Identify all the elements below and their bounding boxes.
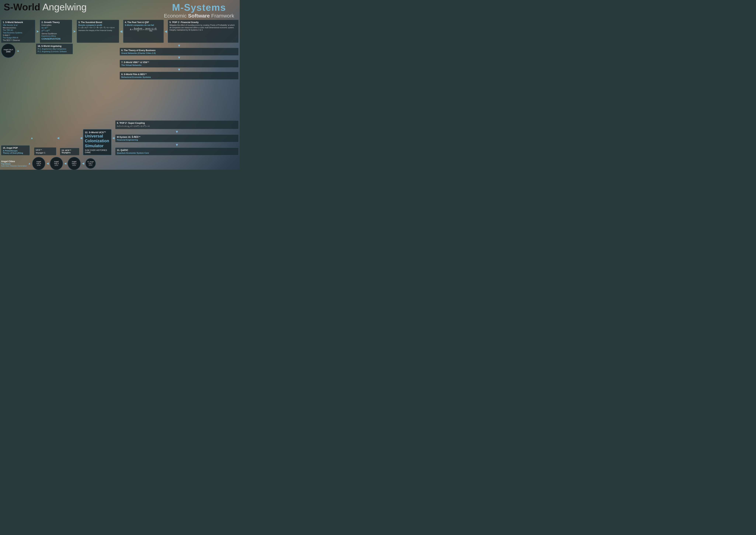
box2-cons: CONSERVATION <box>41 38 70 41</box>
arrow-15-16: ▲ <box>30 136 33 139</box>
title-left: S-World Angelwing <box>4 2 87 13</box>
ac3-label: Angel <box>54 161 59 162</box>
box-11: 11. QuESC Quantum Economic System Core <box>115 148 239 155</box>
box12-extra: SUM OVER HISTORIES GAME <box>85 149 110 154</box>
box-15: 15. Angel POP A PhilanthropicTheory of E… <box>1 145 30 155</box>
box-7: 7. S-World VBN™ & VSN™ The Virtual Netwo… <box>120 60 239 68</box>
box2-sienna: Sienna Equilibrium <box>41 33 70 35</box>
arrow-7-8: ▼ <box>120 68 239 72</box>
arrow-9-10: ▼ <box>115 130 239 134</box>
box2-title: 2. Growth Theory <box>41 21 70 24</box>
angel-city-5-circle: Angel City 5 2080 <box>1 43 15 58</box>
angel-city-1-circle: 14. Angel City 1 2020 <box>85 158 96 169</box>
arrow-cities-1: ▲ <box>28 162 31 165</box>
arrow-4-5: ◀ <box>165 30 167 33</box>
box10-sub: Financial Engineering <box>117 139 237 141</box>
box1-line2: Microeconomics <box>3 27 34 29</box>
box5-title: 5. 'POP 1'- Financial Gravity <box>170 21 237 24</box>
box5-text: Mitigates the effect of rounding errors … <box>170 24 237 31</box>
ac4-city: City 4 <box>37 162 41 164</box>
box4-title: 4. The Peet Tent & QSF <box>125 21 162 24</box>
box3-sub: Boosts company's profit <box>78 24 118 26</box>
box7-sub: The Virtual Networks <box>121 64 237 66</box>
row3: 15. Angel POP A PhilanthropicTheory of E… <box>1 121 239 155</box>
box-2: 2. Growth Theory Externalities M<>BST AS… <box>40 20 72 43</box>
box6-sub: Grand Networks (Charter Cities 2.0) <box>121 52 237 54</box>
ac3-city: City 3 <box>54 162 59 164</box>
box1-title: 1. S-World Network <box>3 21 34 24</box>
box9-title: 9. 'POP 2'- Super-Coupling <box>117 122 237 124</box>
box2-m: M<>BST <box>41 26 70 29</box>
box1-nudge: The Nudge-IRM-AI <box>3 37 34 39</box>
box15-title: 15. Angel POP <box>3 147 28 149</box>
box8-sub: Behavioral Economic Systems <box>121 76 237 78</box>
arrow-6-7: ▼ <box>120 56 239 60</box>
arrow-5-6: ▼ <box>120 43 239 48</box>
arrow-ac2-ac1: ◀ <box>82 162 84 165</box>
box1-line1: Villa Secrets 'et al.' <box>3 24 34 27</box>
arrow-13-12: ◀ <box>80 136 82 139</box>
box3-title: 3. The Susskind Boost <box>78 21 118 24</box>
subtitle: Economic Software Framwork <box>164 13 234 19</box>
box4-sub: S-World companies do not fail <box>125 24 162 26</box>
box11-title: 11. QuESC <box>117 149 237 152</box>
angel-cities-label: Angel Cities <box>1 160 27 163</box>
box10-title: M-System 10. Š-ŔÉŚ™ <box>117 136 237 138</box>
box-6: 6. The Theory of Every Business Grand Ne… <box>120 48 239 56</box>
box-9: 9. 'POP 2'- Super-Coupling Āx Ŝ x Ā x N … <box>115 121 239 129</box>
arrow-2-3: ➤ <box>73 30 76 33</box>
box4-formula: Ā = G̃x2xG̃xΨbÖ × (M×H) × Ç × Ω̂Öx≥ <box>125 27 162 33</box>
box1-line3: The TBS (ℵ) <box>3 29 34 32</box>
box16-title: 16. S-World Angelwing <box>38 45 71 47</box>
box-12: 12. S-World UCS™ UniversalColonizationSi… <box>83 129 112 155</box>
box8-title: 8. S-World Film & BES™ <box>121 73 237 76</box>
arrow-ac4-ac3: ◀ <box>46 162 49 165</box>
box-16: 16. S-World Angelwing Pt 1. Angelverses … <box>36 43 73 54</box>
arrow-ac5: ▲ <box>16 49 19 52</box>
box12-sub: UniversalColonizationSimulator <box>85 134 110 148</box>
box7-title: 7. S-World VBN™ & VSN™ <box>121 61 237 64</box>
row4: Angel Cities Top Down Sum Over Histories… <box>1 156 239 170</box>
economic-label: Economic <box>164 13 188 19</box>
box12-title: 12. S-World UCS™ <box>85 131 110 134</box>
msystems-title: M-Systems <box>164 2 234 13</box>
title-light: Angelwing <box>40 2 87 13</box>
box11-sub: Quantum Economic System Core <box>117 152 237 154</box>
title-right: M-Systems Economic Software Framwork <box>164 2 236 19</box>
header: S-World Angelwing M-Systems Economic Sof… <box>0 0 240 20</box>
ac2-city: City 2 <box>72 162 76 164</box>
arrow-3-4: ◀ <box>120 30 122 33</box>
sum-hist-label: Sum Over Histories Generation <box>1 165 27 167</box>
arrow-1-2: ➤ <box>36 30 39 33</box>
software-label: Software <box>188 13 210 19</box>
box-13: 13. UCS™Voyagers <box>60 148 79 155</box>
box2-ext: Externalities <box>41 24 70 26</box>
ucs-v1-label: UCS™Voyager 1 <box>36 149 55 154</box>
row2: Angel City 5 2080 ▲ 16. S-World Angelwin… <box>1 43 239 79</box>
row1: 1. S-World Network Villa Secrets 'et al.… <box>1 20 239 43</box>
box6-title: 6. The Theory of Every Business <box>121 49 237 52</box>
main-container: S-World Angelwing M-Systems Economic Sof… <box>0 0 240 170</box>
box1-sweb: S-Web™ <box>3 34 34 37</box>
box16-l2: Pt 2. Angelwing Economic Software <box>38 50 71 53</box>
box-5: 5. 'POP 1'- Financial Gravity Mitigates … <box>168 20 239 43</box>
title-bold: S-World <box>4 2 40 13</box>
angel-city-4-circle: Angel City 4 2048 <box>32 157 45 170</box>
box-8: 8. S-World Film & BES™ Behavioral Econom… <box>120 72 239 79</box>
arrow-ac3-ac2: ◀ <box>64 162 67 165</box>
ac5-label: Angel City 5 <box>4 49 13 50</box>
arrow-12-9: ◀ <box>112 136 115 139</box>
box1-bes: The BES™ Observer <box>3 39 34 42</box>
arrow-v1: ◀ <box>57 136 59 139</box>
ac2-label: Angel <box>72 161 76 162</box>
ac1-year: 2020 <box>89 164 93 166</box>
box9-formula: Āx Ŝ x Ā x N x gs x P + (Σ Bst) + (Σ Āst… <box>117 125 237 128</box>
box-3: 3. The Susskind Boost Boosts company's p… <box>77 20 119 43</box>
angel-city-3-circle: Angel City 3 2032 <box>50 157 63 170</box>
ucs-voyager1-box: UCS™Voyager 1 <box>34 147 56 155</box>
box-4: 4. The Peet Tent & QSF S-World companies… <box>123 20 164 43</box>
box3-formula1: Ŝ = (G̃ x ℵ) T̂ + Ŵ + Ĉ + M̂ + (Ř + Ȳ) +… <box>78 27 118 29</box>
top-down-label: Top Down <box>1 163 27 165</box>
box13-title: 13. UCS™Voyagers <box>62 149 78 154</box>
angel-city-2-circle: Angel City 2 2024 <box>68 157 81 170</box>
